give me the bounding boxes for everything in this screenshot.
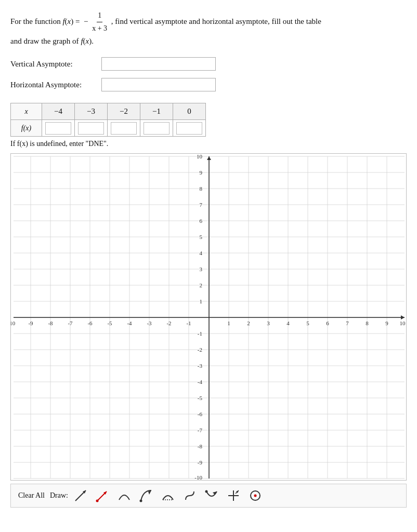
horizontal-asymptote-input[interactable] — [101, 78, 216, 91]
graph-svg: -10 -9 -8 -7 -6 -5 -4 -3 -2 -1 1 2 3 4 5… — [11, 154, 407, 481]
svg-text:9: 9 — [200, 169, 203, 176]
horizontal-asymptote-row: Horizontal Asymptote: — [10, 78, 407, 91]
svg-text:-5: -5 — [198, 395, 203, 401]
svg-text:-6: -6 — [87, 320, 93, 326]
ray-tool-button[interactable] — [93, 487, 112, 504]
svg-point-92 — [139, 500, 142, 502]
svg-text:-4: -4 — [127, 320, 132, 326]
svg-text:8: 8 — [200, 185, 203, 192]
fx-input-1[interactable] — [45, 122, 71, 135]
circle-tool-icon — [248, 488, 263, 503]
svg-text:-2: -2 — [198, 347, 202, 353]
svg-text:-6: -6 — [198, 411, 203, 417]
svg-text:5: 5 — [306, 320, 309, 326]
svg-text:-7: -7 — [198, 427, 203, 433]
values-table-section: x −4 −3 −2 −1 0 f(x) — [10, 103, 407, 137]
svg-marker-44 — [401, 315, 405, 320]
curve-arc-button[interactable] — [159, 487, 177, 504]
x-val-5: 0 — [173, 103, 206, 120]
svg-text:2: 2 — [200, 282, 203, 288]
svg-text:-5: -5 — [107, 320, 112, 326]
fx-input-5[interactable] — [176, 122, 202, 135]
svg-marker-45 — [207, 156, 211, 160]
fx-cell-2[interactable] — [75, 120, 108, 137]
svg-point-101 — [254, 495, 256, 497]
svg-text:10: 10 — [197, 154, 203, 159]
svg-text:-10: -10 — [194, 474, 202, 481]
values-table: x −4 −3 −2 −1 0 f(x) — [10, 103, 206, 137]
svg-text:4: 4 — [286, 320, 290, 326]
svg-text:6: 6 — [326, 320, 329, 326]
svg-text:1: 1 — [227, 320, 230, 326]
graph-area[interactable]: -10 -9 -8 -7 -6 -5 -4 -3 -2 -1 1 2 3 4 5… — [10, 153, 407, 481]
svg-text:-3: -3 — [147, 320, 152, 326]
svg-text:7: 7 — [346, 320, 349, 326]
svg-text:6: 6 — [200, 218, 203, 224]
svg-text:-8: -8 — [198, 443, 203, 449]
x-val-3: −2 — [108, 103, 140, 120]
svg-text:-1: -1 — [186, 320, 191, 326]
fx-input-3[interactable] — [111, 122, 137, 135]
table-fx-row: f(x) — [11, 120, 206, 137]
svg-text:1: 1 — [200, 298, 203, 304]
svg-text:-1: -1 — [198, 330, 202, 337]
ray-tool-icon — [95, 488, 110, 503]
problem-line2: and draw the graph of f(x). — [10, 37, 94, 45]
s-curve-icon — [183, 488, 197, 503]
x-label-cell: x — [11, 103, 42, 120]
clear-all-button[interactable]: Clear All — [16, 490, 47, 501]
s-curve-button[interactable] — [180, 487, 199, 504]
svg-text:-9: -9 — [28, 320, 33, 326]
valley-curve-icon — [204, 488, 219, 503]
x-val-2: −3 — [75, 103, 108, 120]
svg-text:5: 5 — [200, 234, 203, 240]
svg-text:2: 2 — [247, 320, 250, 326]
fx-cell-3[interactable] — [108, 120, 140, 137]
drawing-toolbar: Clear All Draw: — [10, 484, 407, 508]
problem-statement: For the function f(x) = − 1 x + 3 , find… — [10, 9, 407, 48]
fx-cell-1[interactable] — [42, 120, 75, 137]
curve-hill-button[interactable] — [115, 487, 134, 504]
vertical-asymptote-label: Vertical Asymptote: — [10, 60, 101, 69]
svg-text:9: 9 — [385, 320, 388, 326]
svg-text:8: 8 — [366, 320, 369, 326]
fx-cell-5[interactable] — [173, 120, 206, 137]
line-tool-icon — [73, 488, 88, 503]
line-tool-button[interactable] — [71, 487, 90, 504]
circle-tool-button[interactable] — [246, 487, 265, 504]
svg-text:-8: -8 — [48, 320, 53, 326]
svg-point-95 — [205, 490, 207, 493]
svg-text:-3: -3 — [198, 363, 203, 369]
svg-text:-10: -10 — [11, 320, 16, 326]
horizontal-asymptote-label: Horizontal Asymptote: — [10, 81, 101, 89]
draw-label: Draw: — [50, 491, 68, 500]
problem-suffix: , find vertical asymptote and horizontal… — [111, 17, 321, 25]
table-header-row: x −4 −3 −2 −1 0 — [11, 103, 206, 120]
vertical-asymptote-row: Vertical Asymptote: — [10, 57, 407, 71]
vertical-asymptote-input[interactable] — [101, 57, 216, 71]
function-fraction: 1 x + 3 — [91, 9, 108, 35]
fx-input-2[interactable] — [78, 122, 104, 135]
svg-text:4: 4 — [200, 250, 203, 256]
problem-intro: For the function f(x) = − — [10, 17, 88, 25]
x-val-1: −4 — [42, 103, 75, 120]
valley-curve-button[interactable] — [202, 487, 221, 504]
svg-text:10: 10 — [400, 320, 406, 326]
point-tool-button[interactable] — [224, 487, 243, 504]
curve-up-button[interactable] — [137, 487, 155, 504]
fx-label-cell: f(x) — [11, 120, 42, 137]
curve-up-icon — [139, 488, 153, 503]
undefined-note: If f(x) is undefined, enter "DNE". — [10, 140, 407, 148]
svg-text:-7: -7 — [68, 320, 73, 326]
svg-text:-4: -4 — [198, 379, 203, 385]
fx-cell-4[interactable] — [140, 120, 173, 137]
fx-input-4[interactable] — [144, 122, 170, 135]
svg-text:3: 3 — [200, 266, 203, 272]
svg-text:-9: -9 — [198, 459, 203, 466]
point-tool-icon — [226, 488, 241, 503]
curve-hill-icon — [117, 488, 132, 503]
svg-text:3: 3 — [267, 320, 270, 326]
x-val-4: −1 — [140, 103, 173, 120]
svg-point-90 — [96, 500, 98, 502]
curve-arc-icon — [161, 488, 175, 503]
